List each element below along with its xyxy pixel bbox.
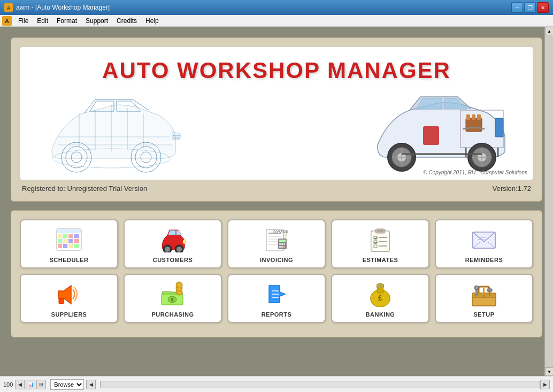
- modules-row1: SCHEDULER: [20, 219, 533, 268]
- customers-label: CUSTOMERS: [153, 257, 193, 263]
- svg-rect-81: [279, 246, 281, 248]
- svg-rect-88: [377, 230, 383, 232]
- close-button[interactable]: ✕: [537, 2, 549, 13]
- svg-rect-24: [477, 114, 481, 120]
- copyright-text: © Copyright 2011, RH - Computer Solution…: [423, 170, 527, 175]
- svg-rect-125: [483, 288, 485, 296]
- svg-point-112: [177, 283, 181, 287]
- scroll-up-arrow[interactable]: ▲: [545, 27, 553, 35]
- status-scroll-left[interactable]: ◀: [86, 380, 96, 389]
- invoicing-icon: INVOICE: [263, 226, 290, 253]
- banking-button[interactable]: £ BANKING: [331, 274, 429, 323]
- svg-rect-22: [466, 114, 470, 120]
- svg-rect-53: [63, 244, 67, 248]
- svg-rect-47: [74, 234, 79, 238]
- reports-button[interactable]: REPORTS: [227, 274, 326, 323]
- vertical-scrollbar[interactable]: ▲ ▼: [544, 27, 553, 376]
- menu-edit[interactable]: Edit: [33, 16, 52, 26]
- svg-rect-84: [283, 246, 285, 248]
- svg-rect-49: [63, 239, 67, 243]
- svg-rect-126: [483, 295, 485, 297]
- suppliers-label: SUPPLIERS: [51, 311, 87, 318]
- invoicing-label: INVOICING: [260, 257, 293, 263]
- svg-rect-46: [68, 234, 73, 238]
- svg-rect-80: [283, 243, 285, 245]
- setup-icon: [470, 280, 498, 308]
- scheduler-button[interactable]: SCHEDULER: [20, 219, 118, 268]
- suppliers-icon: [55, 280, 83, 308]
- svg-text:A: A: [5, 18, 9, 24]
- title-bar: A awm - [Auto Workshop Manager] ─ ❐ ✕: [0, 0, 553, 15]
- svg-rect-21: [466, 118, 482, 132]
- car-cutaway-illustration: [367, 78, 517, 174]
- status-icon-1[interactable]: ◀: [15, 380, 25, 389]
- menu-help[interactable]: Help: [141, 16, 163, 26]
- svg-rect-43: [57, 229, 81, 233]
- status-scroll-right[interactable]: ▶: [540, 380, 550, 389]
- svg-rect-48: [58, 239, 62, 243]
- purchasing-icon: $: [159, 280, 187, 308]
- svg-rect-52: [58, 244, 62, 248]
- svg-rect-25: [495, 118, 503, 137]
- svg-text:$: $: [171, 297, 174, 302]
- menu-support[interactable]: Support: [81, 16, 112, 26]
- app-menu-icon: A: [2, 16, 12, 26]
- modules-row2: SUPPLIERS $: [20, 274, 533, 323]
- zoom-level: 100: [3, 381, 13, 388]
- browse-select[interactable]: Browse: [50, 379, 84, 390]
- reminders-button[interactable]: REMINDERS: [435, 219, 533, 268]
- scroll-track[interactable]: [545, 35, 553, 367]
- banking-label: BANKING: [366, 311, 395, 318]
- svg-text:INVOICE: INVOICE: [273, 229, 288, 233]
- app-icon: A: [4, 3, 13, 12]
- svg-text:£: £: [378, 294, 382, 302]
- estimates-icon: [366, 226, 394, 253]
- svg-point-64: [176, 247, 182, 252]
- banking-icon: £: [366, 280, 394, 308]
- banner-image: AUTO WORKSHOP MANAGER .wire { stroke: #6…: [20, 47, 533, 180]
- menu-format[interactable]: Format: [52, 16, 81, 26]
- modules-section: SCHEDULER: [11, 210, 542, 337]
- svg-rect-44: [58, 234, 62, 238]
- car-wireframe-illustration: .wire { stroke: #6699bb; stroke-width: 1…: [36, 78, 186, 174]
- purchasing-button[interactable]: $ PURCHASING: [124, 274, 222, 323]
- setup-button[interactable]: SETUP: [435, 274, 533, 323]
- main-area: AUTO WORKSHOP MANAGER .wire { stroke: #6…: [0, 27, 553, 376]
- svg-text:A: A: [7, 5, 11, 11]
- menu-file[interactable]: File: [14, 16, 33, 26]
- customers-button[interactable]: CUSTOMERS: [124, 219, 222, 268]
- svg-rect-54: [68, 244, 73, 248]
- svg-rect-45: [63, 234, 67, 238]
- suppliers-button[interactable]: SUPPLIERS: [20, 274, 118, 323]
- banner-section: AUTO WORKSHOP MANAGER .wire { stroke: #6…: [11, 37, 542, 202]
- reports-label: REPORTS: [262, 311, 292, 318]
- menu-credits[interactable]: Credits: [112, 16, 141, 26]
- svg-rect-55: [74, 244, 79, 248]
- svg-rect-128: [487, 289, 492, 291]
- invoicing-button[interactable]: INVOICE INVOICING: [227, 219, 326, 268]
- estimates-label: ESTIMATES: [363, 257, 398, 263]
- registration-bar: Registered to: Unregistered Trial Versio…: [20, 180, 533, 193]
- restore-button[interactable]: ❐: [524, 2, 536, 13]
- setup-label: SETUP: [473, 311, 494, 318]
- scheduler-label: SCHEDULER: [50, 257, 89, 263]
- window-title: awm - [Auto Workshop Manager]: [16, 4, 511, 11]
- registered-label: Registered to: Unregistered Trial Versio…: [22, 185, 147, 193]
- estimates-button[interactable]: ESTIMATES: [331, 219, 429, 268]
- svg-rect-23: [472, 114, 475, 120]
- reminders-icon: [470, 226, 498, 253]
- menu-bar: A File Edit Format Support Credits Help: [0, 15, 553, 27]
- status-icon-3[interactable]: ⊟: [36, 380, 46, 389]
- svg-rect-118: [377, 288, 383, 293]
- minimize-button[interactable]: ─: [511, 2, 523, 13]
- scheduler-icon: [55, 226, 83, 253]
- status-bar: 100 ◀ 📊 ⊟ Browse ◀ ▶: [0, 376, 553, 392]
- svg-rect-101: [59, 298, 64, 304]
- reports-icon: [263, 280, 290, 308]
- svg-rect-50: [68, 239, 73, 243]
- purchasing-label: PURCHASING: [152, 311, 194, 318]
- scroll-down-arrow[interactable]: ▼: [545, 367, 553, 376]
- status-icon-2[interactable]: 📊: [26, 380, 35, 389]
- registration-text: Registered to: Unregistered Trial Versio…: [22, 185, 147, 193]
- horizontal-scrollbar[interactable]: [100, 381, 540, 388]
